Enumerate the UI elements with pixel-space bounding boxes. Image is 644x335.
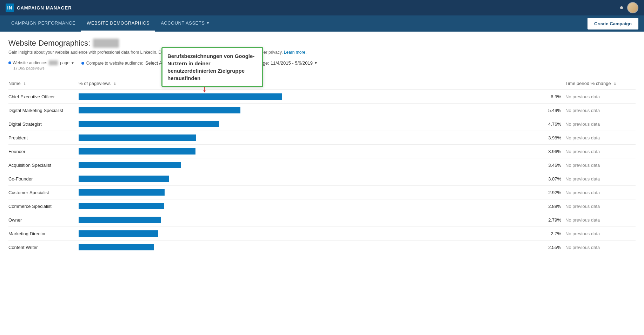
website-audience-filter[interactable]: Website audience: page ▼ xyxy=(8,60,74,65)
cell-change: No previous data xyxy=(565,186,636,199)
cell-bar xyxy=(79,145,537,158)
nav-right: Create Campaign xyxy=(587,15,638,32)
cell-bar xyxy=(79,104,537,117)
data-table: Name ⇕ % of pageviews ⇕ Time period % ch… xyxy=(8,77,636,254)
no-data-label: No previous data xyxy=(565,204,600,209)
page-title-text: Website Demographics: xyxy=(8,39,90,48)
table-row: Acquisition Specialist 3.46% No previous… xyxy=(8,158,636,172)
cell-bar xyxy=(79,117,537,131)
nav-item-campaign-performance[interactable]: CAMPAIGN PERFORMANCE xyxy=(6,15,81,32)
bar-fill xyxy=(79,244,154,250)
bar-container xyxy=(79,189,533,196)
filters-row: Website audience: page ▼ 17,065 pageview… xyxy=(8,60,636,70)
bar-container xyxy=(79,107,533,113)
tooltip-box: Berufsbezeichnungen von Google-Nutzern i… xyxy=(161,47,263,87)
cell-pct: 2.79% xyxy=(537,213,565,227)
nav-item-account-assets[interactable]: ACCOUNT ASSETS ▼ xyxy=(155,15,215,32)
top-bar-right xyxy=(620,2,638,13)
col-header-name[interactable]: Name ⇕ xyxy=(8,77,79,90)
cell-bar xyxy=(79,158,537,172)
cell-name: Founder xyxy=(8,145,79,158)
table-row: Commerce Specialist 2.89% No previous da… xyxy=(8,199,636,213)
table-header-row: Name ⇕ % of pageviews ⇕ Time period % ch… xyxy=(8,77,636,90)
table-row: Chief Executive Officer 6.9% No previous… xyxy=(8,90,636,104)
bar-container xyxy=(79,134,533,141)
bar-container xyxy=(79,217,533,223)
chevron-down-icon: ▼ xyxy=(314,61,318,65)
table-row: Co-Founder 3.07% No previous data xyxy=(8,172,636,186)
cell-bar xyxy=(79,186,537,199)
bar-container xyxy=(79,244,533,250)
no-data-label: No previous data xyxy=(565,94,600,99)
table-row: Digital Strategist 4.76% No previous dat… xyxy=(8,117,636,131)
website-audience-group: Website audience: page ▼ 17,065 pageview… xyxy=(8,60,74,70)
cell-bar xyxy=(79,241,537,254)
table-row: Founder 3.96% No previous data xyxy=(8,145,636,158)
cell-name: Digital Strategist xyxy=(8,117,79,131)
cell-change: No previous data xyxy=(565,90,636,104)
no-data-label: No previous data xyxy=(565,190,600,195)
no-data-label: No previous data xyxy=(565,163,600,168)
sort-icon: ⇕ xyxy=(613,82,616,86)
cell-change: No previous data xyxy=(565,158,636,172)
subtitle: Gain insights about your website audienc… xyxy=(8,50,636,55)
page-title-blurred xyxy=(93,39,119,48)
tooltip-text: Berufsbezeichnungen von Google-Nutzern i… xyxy=(167,53,254,81)
cell-pct: 3.07% xyxy=(537,172,565,186)
cell-change: No previous data xyxy=(565,172,636,186)
no-data-label: No previous data xyxy=(565,245,600,250)
table-row: Digital Marketing Specialist 5.49% No pr… xyxy=(8,104,636,117)
avatar[interactable] xyxy=(627,2,638,13)
bar-fill xyxy=(79,162,181,168)
cell-pct: 3.96% xyxy=(537,145,565,158)
cell-name: Marketing Director xyxy=(8,227,79,241)
create-campaign-button[interactable]: Create Campaign xyxy=(587,18,638,29)
website-audience-value-blurred xyxy=(49,60,58,65)
top-bar: in CAMPAIGN MANAGER xyxy=(0,0,644,15)
cell-bar xyxy=(79,199,537,213)
cell-bar xyxy=(79,90,537,104)
col-header-pageviews[interactable]: % of pageviews ⇕ xyxy=(79,77,537,90)
nav-item-website-demographics[interactable]: WEBSITE DEMOGRAPHICS xyxy=(81,15,155,32)
cell-name: Chief Executive Officer xyxy=(8,90,79,104)
col-header-change[interactable]: Time period % change ⇕ xyxy=(565,77,636,90)
no-data-label: No previous data xyxy=(565,231,600,236)
compare-label: Compare to website audience: xyxy=(86,61,143,66)
bar-container xyxy=(79,203,533,209)
cell-bar xyxy=(79,227,537,241)
cell-pct: 2.7% xyxy=(537,227,565,241)
bar-container xyxy=(79,176,533,182)
bar-fill xyxy=(79,121,219,127)
table-row: Customer Specialist 2.92% No previous da… xyxy=(8,186,636,199)
bar-container xyxy=(79,230,533,237)
compare-dot-icon xyxy=(81,62,84,65)
bar-container xyxy=(79,121,533,127)
cell-change: No previous data xyxy=(565,117,636,131)
cell-name: Commerce Specialist xyxy=(8,199,79,213)
cell-pct: 6.9% xyxy=(537,90,565,104)
secondary-nav: CAMPAIGN PERFORMANCE WEBSITE DEMOGRAPHIC… xyxy=(0,15,644,32)
cell-pct: 2.55% xyxy=(537,241,565,254)
chevron-down-icon: ▼ xyxy=(206,21,210,25)
cell-change: No previous data xyxy=(565,213,636,227)
website-audience-label: Website audience: xyxy=(13,60,47,65)
cell-name: Owner xyxy=(8,213,79,227)
blue-dot-icon xyxy=(8,61,11,64)
table-row: Owner 2.79% No previous data xyxy=(8,213,636,227)
no-data-label: No previous data xyxy=(565,135,600,140)
table-row: Marketing Director 2.7% No previous data xyxy=(8,227,636,241)
bar-container xyxy=(79,162,533,168)
cell-change: No previous data xyxy=(565,199,636,213)
cell-pct: 2.89% xyxy=(537,199,565,213)
no-data-label: No previous data xyxy=(565,108,600,113)
bar-fill xyxy=(79,93,282,100)
main-content: Berufsbezeichnungen von Google-Nutzern i… xyxy=(0,32,644,261)
pageviews-label: 17,065 pageviews xyxy=(8,66,74,70)
bar-fill xyxy=(79,107,240,113)
bar-fill xyxy=(79,148,195,155)
dot-icon xyxy=(620,6,623,9)
cell-bar xyxy=(79,213,537,227)
learn-more-link[interactable]: Learn more. xyxy=(284,50,307,55)
cell-change: No previous data xyxy=(565,104,636,117)
cell-pct: 3.98% xyxy=(537,131,565,145)
